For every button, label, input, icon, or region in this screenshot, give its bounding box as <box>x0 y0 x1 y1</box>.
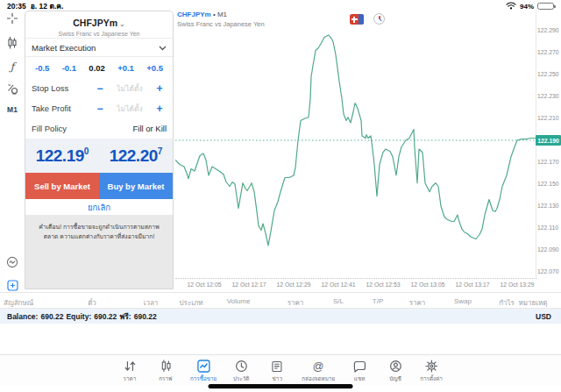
tab-settings[interactable]: การตั้งค่า <box>420 360 443 383</box>
take-profit-value[interactable]: ไม่ได้ตั้ง <box>107 103 153 115</box>
col-tp: T/P <box>373 297 383 305</box>
clock-time: 20:35 <box>7 2 26 11</box>
battery-icon <box>537 3 554 11</box>
volume-stepper: -0.5 -0.1 0.02 +0.1 +0.5 <box>25 57 173 78</box>
stop-loss-minus-button[interactable]: − <box>93 82 107 95</box>
time-axis-label: 12 Oct 13:29 <box>501 282 535 288</box>
price-chart[interactable] <box>175 9 536 279</box>
time-axis-label: 12 Oct 12:05 <box>188 282 222 288</box>
order-panel: CHFJPYm⌄ Swiss Franc vs Japanese Yen Mar… <box>25 11 174 289</box>
tab-trade[interactable]: การซื้อขาย <box>190 360 217 383</box>
tab-accounts[interactable]: บัญชี <box>384 360 407 383</box>
current-price-tag: 122.190 <box>536 135 561 146</box>
volume-dec-small-button[interactable]: -0.1 <box>62 63 76 73</box>
take-profit-plus-button[interactable]: + <box>153 103 167 115</box>
col-ticket: ตั๋ว <box>88 297 96 309</box>
quotes-icon <box>123 360 136 373</box>
buy-button[interactable]: Buy by Market <box>99 173 173 199</box>
bid-ask-prices: 122.190 122.207 <box>25 139 173 173</box>
bottom-tab-bar: ราคา กราฟ การซื้อขาย <box>0 354 561 386</box>
volume-dec-large-button[interactable]: -0.5 <box>35 63 49 73</box>
col-volume: Volume <box>227 297 251 305</box>
price-axis-label: 122.290 <box>537 27 559 33</box>
price-axis-label: 122.130 <box>537 203 559 209</box>
timeframe-button[interactable]: M1 <box>0 102 25 118</box>
trade-tab-icon <box>197 360 210 373</box>
col-price-current: ราคา <box>409 297 426 309</box>
order-type-value: Market Execution <box>32 43 96 53</box>
tick-chart-icon[interactable] <box>0 254 25 270</box>
crosshair-icon[interactable] <box>0 11 25 26</box>
stop-loss-plus-button[interactable]: + <box>153 82 167 95</box>
order-type-selector[interactable]: Market Execution <box>25 39 173 57</box>
stop-loss-label: Stop Loss <box>32 83 93 93</box>
tab-news[interactable]: ข่าว <box>266 360 288 383</box>
symbol-selector[interactable]: CHFJPYm⌄ Swiss Franc vs Japanese Yen <box>25 11 173 39</box>
price-axis-label: 122.090 <box>537 246 559 253</box>
bid-price[interactable]: 122.190 <box>25 146 99 166</box>
stop-loss-value[interactable]: ไม่ได้ตั้ง <box>107 82 153 95</box>
account-person-icon <box>389 360 402 373</box>
add-chart-icon[interactable] <box>0 277 25 293</box>
col-profit: กำไร <box>499 297 515 309</box>
time-axis-label: 12 Oct 12:17 <box>232 282 266 288</box>
col-time: เวลา <box>144 297 159 309</box>
price-axis-label: 122.270 <box>537 49 559 55</box>
time-axis-label: 12 Oct 12:29 <box>277 282 311 288</box>
cancel-button[interactable]: ยกเลิก <box>25 199 173 215</box>
volume-value[interactable]: 0.02 <box>89 63 105 73</box>
chart-x-axis-line <box>175 278 536 279</box>
tab-history[interactable]: ประวัติ <box>230 360 252 383</box>
account-summary-bar: Balance: 690.22 Equity: 690.22 ฟรี: 690.… <box>0 309 561 324</box>
time-axis-label: 12 Oct 13:05 <box>411 282 445 288</box>
ask-price[interactable]: 122.207 <box>99 146 173 166</box>
price-line-series <box>175 35 536 246</box>
tab-mailbox[interactable]: @ กล่องจดหมาย <box>302 360 335 383</box>
price-axis-label: 122.170 <box>537 159 559 165</box>
trading-app-screen: 20:35 อ. 12 ต.ค. 94% ƒ <box>0 0 561 392</box>
free-margin-label: ฟรี: <box>119 310 131 323</box>
balance-label: Balance: <box>7 312 38 321</box>
price-axis-label: 122.230 <box>537 93 559 99</box>
take-profit-label: Take Profit <box>32 103 93 113</box>
symbol-description: Swiss Franc vs Japanese Yen <box>25 31 173 37</box>
time-axis-label: 12 Oct 13:17 <box>456 282 490 288</box>
take-profit-minus-button[interactable]: − <box>93 103 107 115</box>
bid-price-main: 122.19 <box>36 146 84 165</box>
time-axis-label: 12 Oct 12:41 <box>322 282 356 288</box>
col-symbol: สัญลักษณ์ <box>4 297 33 309</box>
execution-warning-text: คำเตือน! การซื้อขายจะถูกดำเนินการตามสภาพ… <box>25 215 173 289</box>
objects-icon[interactable] <box>0 81 25 96</box>
take-profit-row: Take Profit − ไม่ได้ตั้ง + <box>25 98 173 118</box>
col-price-open: ราคา <box>288 297 304 309</box>
tab-charts[interactable]: กราฟ <box>154 360 177 383</box>
bid-price-pips: 0 <box>84 146 89 156</box>
ask-price-main: 122.20 <box>110 146 158 165</box>
free-margin-value: 690.22 <box>134 312 157 321</box>
tab-chat[interactable]: แชท <box>348 360 371 383</box>
symbol-name: CHFJPYm <box>73 18 117 28</box>
account-currency: USD <box>536 312 551 321</box>
chevron-down-icon: ⌄ <box>119 20 125 28</box>
candlestick-tool-icon[interactable] <box>0 35 25 51</box>
history-icon <box>235 360 248 373</box>
time-axis-label: 12 Oct 12:53 <box>366 282 401 288</box>
stop-loss-row: Stop Loss − ไม่ได้ตั้ง + <box>25 78 173 98</box>
volume-inc-large-button[interactable]: +0.5 <box>146 63 163 73</box>
fill-policy-row[interactable]: Fill Policy Fill or Kill <box>25 118 173 139</box>
gear-icon <box>425 360 438 373</box>
price-axis-label: 122.250 <box>537 71 559 77</box>
col-comment: หมายเหตุ <box>519 297 548 309</box>
equity-label: Equity: <box>66 312 91 321</box>
ask-price-pips: 7 <box>158 146 163 156</box>
volume-inc-small-button[interactable]: +0.1 <box>117 63 134 73</box>
news-icon <box>271 360 283 373</box>
home-indicator[interactable] <box>209 384 353 388</box>
indicators-icon[interactable]: ƒ <box>0 59 25 75</box>
price-axis-label: 122.210 <box>537 115 559 121</box>
equity-value: 690.22 <box>94 312 117 321</box>
sell-button[interactable]: Sell by Market <box>25 173 99 199</box>
tab-quotes[interactable]: ราคา <box>118 360 141 383</box>
fill-policy-label: Fill Policy <box>32 124 132 133</box>
price-axis-label: 122.110 <box>537 225 558 231</box>
